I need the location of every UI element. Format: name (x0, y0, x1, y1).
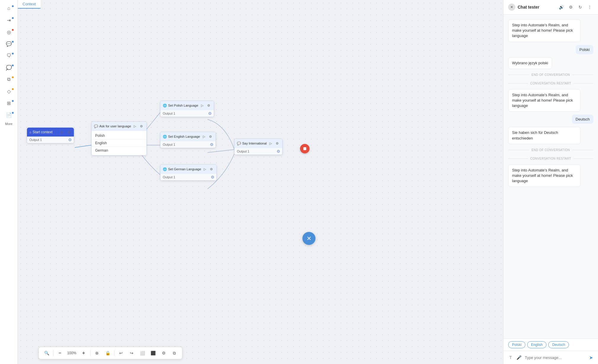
chat-message-input[interactable] (525, 355, 585, 360)
sidebar-item-diamond[interactable]: ◇ (2, 86, 15, 97)
lock-btn[interactable]: 🔒 (103, 349, 112, 357)
set-german-header: Set German Language ▷ ⚙ (160, 165, 216, 174)
sidebar-item-speech[interactable]: 💭 (2, 62, 15, 73)
sidebar-item-home[interactable]: ⌂ (2, 3, 15, 14)
redo-btn[interactable]: ↪ (127, 349, 136, 357)
restart-text-2: CONVERSATION RESTART (530, 157, 571, 160)
bot-message-5: Step into Automate's Realm, and make you… (508, 164, 581, 187)
comment-icon: 🗨 (7, 53, 11, 58)
set-polish-label: Set Polish Language (168, 104, 198, 107)
close-canvas-button[interactable]: ✕ (302, 232, 315, 245)
german-settings-btn[interactable]: ⚙ (209, 166, 214, 172)
sidebar-item-doc[interactable]: 📄 (2, 110, 15, 120)
german-output-dot[interactable] (211, 176, 214, 179)
diamond-icon: ◇ (7, 89, 11, 94)
option-polish: Polish (92, 132, 146, 139)
ask-play-btn[interactable]: ▷ (132, 124, 138, 129)
chat-audio-btn[interactable]: 🔊 (558, 4, 565, 11)
say-play-btn[interactable]: ▷ (268, 141, 273, 146)
select-btn[interactable]: ⬛ (149, 349, 157, 357)
english-output-dot[interactable] (210, 143, 213, 146)
undo-btn[interactable]: ↩ (117, 349, 125, 357)
end-of-conversation-divider-2: END OF CONVERSATION (508, 148, 593, 152)
set-polish-node[interactable]: Set Polish Language ▷ ⚙ Output 1 (160, 101, 214, 117)
english-play-btn[interactable]: ▷ (201, 134, 207, 139)
sidebar-item-comment[interactable]: 🗨 (2, 50, 15, 61)
settings-toolbar-btn[interactable]: ⚙ (160, 349, 168, 357)
quick-reply-polski[interactable]: Polski (508, 341, 525, 348)
set-english-node[interactable]: Set English Language ▷ ⚙ Output 1 (160, 132, 216, 148)
bot-message-1: Step into Automate's Realm, and make you… (508, 19, 581, 42)
user-message-2: Deutsch (572, 115, 593, 124)
zoom-out-btn[interactable]: − (56, 349, 64, 357)
copy-btn[interactable]: ⧉ (170, 349, 178, 357)
end-conversation-text-2: END OF CONVERSATION (532, 148, 570, 152)
set-german-node[interactable]: Set German Language ▷ ⚙ Output 1 (160, 164, 217, 181)
divider-line-2 (572, 75, 593, 75)
polish-play-btn[interactable]: ▷ (200, 103, 205, 108)
sidebar-dot-speech (12, 65, 14, 66)
chat-icon: 💬 (6, 41, 12, 47)
frame-btn[interactable]: ⬜ (138, 349, 146, 357)
bot-message-3: Step into Automate's Realm, and make you… (508, 89, 581, 112)
polish-output-dot[interactable] (208, 112, 211, 115)
restart-text-1: CONVERSATION RESTART (530, 82, 571, 85)
say-output-dot[interactable] (277, 150, 280, 153)
chat-panel: ✕ Chat tester 🔊 ⚙ ↻ ⋮ Step into Automate… (503, 0, 598, 364)
chat-refresh-btn[interactable]: ↻ (577, 4, 584, 11)
ask-chat-icon: 💬 (94, 124, 98, 128)
sidebar-more-label[interactable]: More (5, 122, 12, 126)
start-output: Output 1 (27, 137, 74, 143)
toolbar-divider-1 (53, 350, 53, 356)
polish-settings-btn[interactable]: ⚙ (206, 103, 211, 108)
chat-more-btn[interactable]: ⋮ (586, 4, 593, 11)
sidebar-item-layers[interactable]: ⧉ (2, 74, 15, 85)
divider-line-5 (508, 150, 529, 150)
sidebar-item-chat[interactable]: 💬 (2, 39, 15, 49)
user-message-1: Polski (576, 45, 593, 54)
say-output: Output 1 (235, 148, 282, 155)
chat-send-button[interactable]: ➤ (587, 354, 594, 361)
divider-line-4 (573, 83, 593, 84)
start-play-btn[interactable]: ▷ (60, 129, 65, 135)
search-btn[interactable]: 🔍 (42, 349, 51, 357)
locate-btn[interactable]: ⊕ (93, 349, 101, 357)
chat-settings-btn[interactable]: ⚙ (567, 4, 574, 11)
context-tab[interactable]: Context (18, 0, 41, 9)
speech-icon: 💭 (6, 65, 12, 70)
say-settings-btn[interactable]: ⚙ (275, 141, 280, 146)
chat-close-button[interactable]: ✕ (508, 4, 515, 11)
say-international-node[interactable]: 💬 Say International ▷ ⚙ Output 1 (234, 139, 283, 155)
divider-line-6 (572, 150, 593, 150)
microphone-icon[interactable]: 🎤 (515, 354, 522, 361)
sidebar-item-import[interactable]: ⇥ (2, 15, 15, 25)
ask-settings-btn[interactable]: ⚙ (139, 124, 144, 129)
zoom-in-btn[interactable]: + (79, 349, 88, 357)
quick-reply-deutsch[interactable]: Deutsch (548, 341, 569, 348)
text-format-icon[interactable]: T (507, 354, 514, 361)
target-icon: ◎ (7, 29, 11, 35)
say-international-label: Say International (242, 142, 267, 145)
sidebar-dot-comment (12, 53, 14, 54)
ask-user-node[interactable]: 💬 Ask for user language ▷ ⚙ Polish Engli… (91, 121, 147, 155)
bot-message-4: Sie haben sich für Deutsch entschieden (508, 127, 581, 144)
end-of-conversation-divider-1: END OF CONVERSATION (508, 73, 593, 76)
chat-input-area: T 🎤 ➤ (503, 351, 598, 364)
set-english-header: Set English Language ▷ ⚙ (160, 132, 216, 141)
stop-button[interactable] (300, 144, 310, 153)
start-output-dot[interactable] (68, 138, 71, 141)
toolbar-divider-3 (114, 350, 114, 356)
start-settings-btn[interactable]: ⚙ (66, 129, 71, 135)
conversation-restart-divider-2: CONVERSATION RESTART (508, 157, 593, 160)
sidebar-item-target[interactable]: ◎ (2, 27, 15, 37)
import-icon: ⇥ (7, 17, 11, 23)
sidebar-item-grid[interactable]: ⊞ (2, 98, 15, 108)
bot-message-2: Wybrano język polski (508, 57, 552, 69)
polish-output-label: Output 1 (163, 112, 175, 115)
german-play-btn[interactable]: ▷ (202, 166, 208, 172)
chat-messages: Step into Automate's Realm, and make you… (503, 15, 598, 339)
quick-reply-english[interactable]: English (527, 341, 546, 348)
zoom-level-label: 100% (66, 351, 77, 355)
start-context-node[interactable]: ⌂ Start context ▷ ⚙ Output 1 (27, 127, 74, 143)
english-settings-btn[interactable]: ⚙ (208, 134, 213, 139)
